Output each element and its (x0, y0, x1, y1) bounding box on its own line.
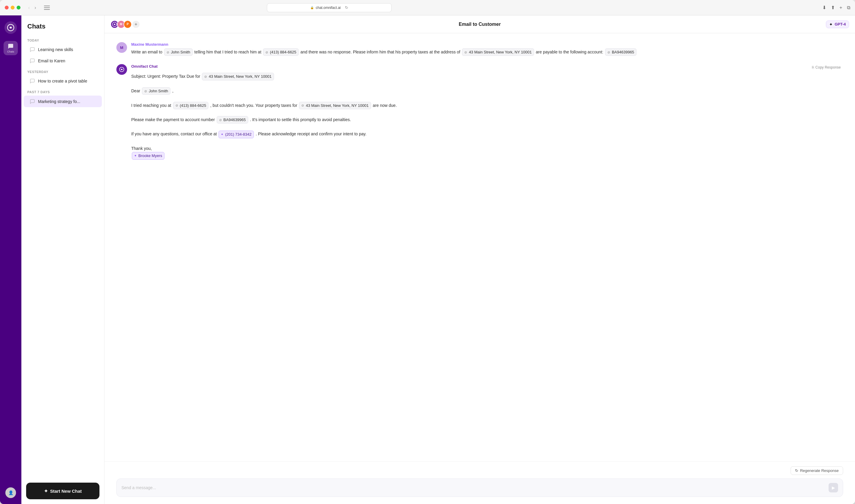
refresh-button[interactable]: ↻ (345, 5, 348, 10)
start-new-chat-label: Start New Chat (50, 489, 82, 493)
para1: I tried reaching you at (131, 103, 171, 107)
start-new-chat-button[interactable]: ✦ Start New Chat (26, 483, 100, 499)
fullscreen-button[interactable] (17, 6, 20, 10)
tag-phone-highlighted: (201) 734-8342 (218, 131, 254, 138)
tag-dear-name: John Smith (142, 87, 171, 95)
para3: If you have any questions, contact our o… (131, 131, 217, 136)
rail-item-chats-label: Chats (7, 50, 14, 53)
chat-title: Email to Customer (459, 22, 500, 27)
sidebar-bottom: ✦ Start New Chat (21, 478, 104, 504)
assistant-message-header: Omnifact Chat ⎘ Copy Response (131, 64, 843, 70)
sidebar-item-pivot-table[interactable]: How to create a pivot table (24, 75, 102, 87)
dear-text: Dear (131, 88, 140, 93)
traffic-lights (5, 6, 20, 10)
closing-text: Thank you, (131, 146, 152, 151)
send-button[interactable]: ▶ (829, 483, 838, 492)
user-message-author: Maxine Mustermann (131, 42, 843, 47)
tag-phone-2: (413) 884-6625 (173, 102, 209, 109)
sidebar-title: Chats (27, 22, 98, 30)
chat-header-avatars: M P + (110, 20, 140, 29)
sidebar-header: Chats (21, 15, 104, 35)
tag-john-smith: John Smith (164, 48, 193, 56)
regenerate-icon: ↻ (795, 468, 798, 473)
sidebar-toggle-button[interactable] (44, 6, 50, 10)
input-area: ↻ Regenerate Response ▶ (105, 461, 855, 504)
add-participant-button[interactable]: + (132, 20, 140, 29)
tag-signature: Brooke Myers (132, 152, 164, 159)
sidebar-item-marketing-text: Marketing strategy fo... (38, 99, 82, 104)
minimize-button[interactable] (11, 6, 15, 10)
delete-item-button[interactable]: 🗑 (91, 98, 96, 104)
section-label-yesterday: YESTERDAY (21, 67, 104, 75)
assistant-message: Omnifact Chat ⎘ Copy Response Subject: U… (117, 64, 843, 159)
gpt-model-label: GPT-4 (835, 22, 846, 26)
main-chat-panel: M P + Email to Customer ✦ GPT-4 M (105, 15, 855, 504)
subject-text: Subject: Urgent: Property Tax Due for (131, 74, 200, 79)
tag-address-1: 43 Main Street, New York, NY 10001 (462, 48, 534, 56)
forward-button[interactable]: › (33, 4, 38, 11)
regenerate-button[interactable]: ↻ Regenerate Response (790, 466, 843, 475)
regenerate-label: Regenerate Response (800, 468, 839, 473)
titlebar: ‹ › 🔒 chat.omnifact.ai ↻ ⬇ ⬆ + ⧉ (0, 0, 855, 15)
url-text: chat.omnifact.ai (316, 6, 340, 10)
sidebar: Chats TODAY Learning new skills Email to… (21, 15, 105, 504)
tag-account-1: BA94639965 (605, 48, 637, 56)
assistant-message-text: Subject: Urgent: Property Tax Due for 43… (131, 73, 843, 159)
chat-header-right: ✦ GPT-4 (826, 20, 849, 28)
close-button[interactable] (5, 6, 8, 10)
new-tab-icon[interactable]: + (840, 5, 842, 11)
sidebar-item-learning[interactable]: Learning new skills (24, 44, 102, 55)
tabs-icon[interactable]: ⧉ (847, 5, 850, 11)
rail-user-avatar[interactable]: 👤 (5, 487, 16, 498)
user-message-content: Maxine Mustermann Write an email to John… (131, 42, 843, 56)
titlebar-actions: ⬇ ⬆ + ⧉ (822, 5, 850, 11)
tag-address-2: 43 Main Street, New York, NY 10001 (299, 102, 371, 109)
address-bar[interactable]: 🔒 chat.omnifact.ai ↻ (267, 3, 392, 12)
rail-item-chats[interactable]: Chats (3, 41, 18, 55)
assistant-avatar (117, 64, 127, 75)
chat-header: M P + Email to Customer ✦ GPT-4 (105, 15, 855, 33)
tag-account-2: BA94639965 (217, 116, 248, 124)
para2: Please make the payment to account numbe… (131, 117, 215, 122)
sparkle-icon: ✦ (44, 488, 48, 494)
copy-icon: ⎘ (812, 65, 814, 70)
sidebar-item-learning-text: Learning new skills (38, 47, 96, 52)
share-icon[interactable]: ⬆ (831, 5, 835, 11)
gpt-model-badge[interactable]: ✦ GPT-4 (826, 20, 849, 28)
user-message: M Maxine Mustermann Write an email to Jo… (117, 42, 843, 56)
user-avatar: M (117, 42, 127, 53)
sidebar-item-pivot-table-text: How to create a pivot table (38, 79, 96, 84)
back-button[interactable]: ‹ (26, 4, 32, 11)
lock-icon: 🔒 (310, 6, 314, 9)
edit-item-button[interactable]: ✏ (85, 98, 89, 104)
download-icon[interactable]: ⬇ (822, 5, 826, 11)
assistant-message-content: Omnifact Chat ⎘ Copy Response Subject: U… (131, 64, 843, 159)
nav-arrows: ‹ › (26, 4, 38, 11)
section-label-today: TODAY (21, 35, 104, 44)
section-label-past7: PAST 7 DAYS (21, 87, 104, 95)
user-message-text: Write an email to John Smith telling him… (131, 48, 843, 56)
copy-response-button[interactable]: ⎘ Copy Response (809, 65, 843, 70)
message-input-box: ▶ (117, 479, 843, 497)
app-body: Chats 👤 Chats TODAY Learning new skills … (0, 15, 855, 504)
sidebar-item-email-karen[interactable]: Email to Karen (24, 55, 102, 67)
avatar-user2: P (124, 20, 132, 29)
messages-area: M Maxine Mustermann Write an email to Jo… (105, 33, 855, 461)
icon-rail: Chats 👤 (0, 15, 21, 504)
tag-address-subject: 43 Main Street, New York, NY 10001 (202, 73, 274, 80)
sidebar-item-marketing[interactable]: Marketing strategy fo... ✏ 🗑 (24, 95, 102, 107)
tag-phone-1: (413) 884-6625 (263, 48, 299, 56)
message-input[interactable] (121, 485, 825, 490)
copy-response-label: Copy Response (816, 65, 841, 70)
gpt-icon: ✦ (829, 22, 833, 27)
regenerate-row: ↻ Regenerate Response (117, 466, 843, 475)
app-window: ‹ › 🔒 chat.omnifact.ai ↻ ⬇ ⬆ + ⧉ (0, 0, 855, 504)
sidebar-item-email-karen-text: Email to Karen (38, 58, 96, 63)
app-logo (4, 21, 17, 34)
assistant-message-author: Omnifact Chat (131, 64, 158, 69)
